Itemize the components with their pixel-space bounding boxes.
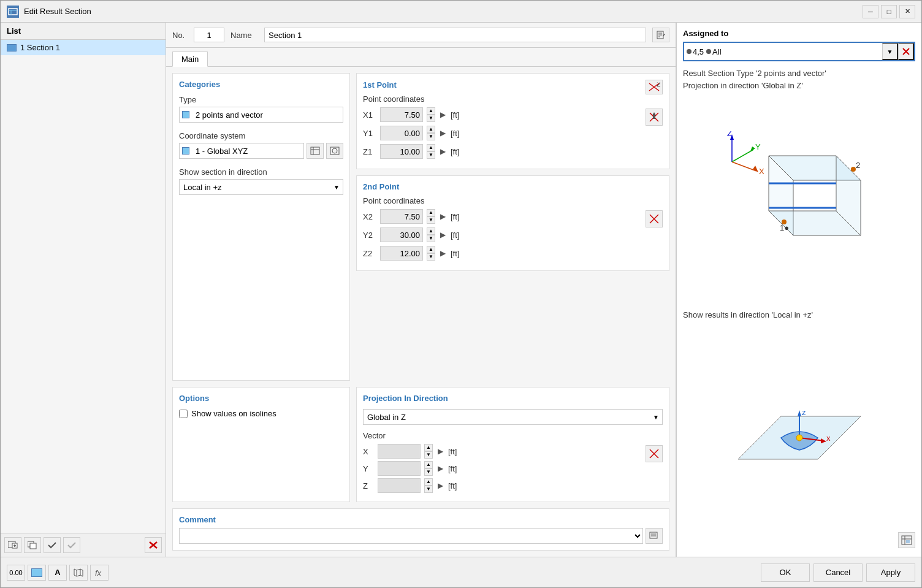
assigned-label: Assigned to <box>683 29 915 38</box>
svg-text:fx: fx <box>95 568 102 578</box>
assigned-clear-btn[interactable] <box>898 43 914 60</box>
comment-edit-btn[interactable] <box>646 528 663 544</box>
y1-arrow[interactable]: ▶ <box>439 129 447 137</box>
x1-stepper: ▲ ▼ <box>427 107 435 122</box>
type-select[interactable]: 2 points and vector 1 point and vector L… <box>192 107 343 123</box>
z1-arrow[interactable]: ▶ <box>439 147 447 156</box>
bottom-row: Options Show values on isolines Projecti… <box>172 381 669 502</box>
text-btn[interactable]: A <box>48 565 67 581</box>
assigned-input-row: 4,5 All ▼ <box>683 42 915 61</box>
x1-up[interactable]: ▲ <box>427 107 435 115</box>
maximize-button[interactable]: □ <box>881 5 897 18</box>
first-point-pick-btn[interactable] <box>646 109 663 126</box>
x2-up[interactable]: ▲ <box>427 209 435 216</box>
comment-section: Comment <box>172 508 669 551</box>
duplicate-item-button[interactable] <box>24 537 41 553</box>
vector-coords: X ▲ ▼ ▶ [ft] <box>363 444 639 495</box>
y1-down[interactable]: ▼ <box>427 133 435 140</box>
preview-3d-box: Z Y X <box>714 131 885 266</box>
coord-system-btn1[interactable] <box>307 143 324 159</box>
vector-pick-btn[interactable] <box>646 445 663 462</box>
apply-button[interactable]: Apply <box>866 563 915 582</box>
vy-down[interactable]: ▼ <box>424 468 433 476</box>
z2-up[interactable]: ▲ <box>427 246 435 253</box>
section-icon <box>7 44 17 52</box>
vz-arrow[interactable]: ▶ <box>436 481 444 490</box>
tab-main[interactable]: Main <box>172 52 208 67</box>
result-icon-btn[interactable] <box>898 532 915 548</box>
svg-point-51 <box>851 167 856 172</box>
vy-row: Y ▲ ▼ ▶ [ft] <box>363 461 639 476</box>
show-values-checkbox[interactable] <box>179 410 188 418</box>
uncheck-button[interactable] <box>63 537 80 553</box>
coord-display-btn[interactable]: 0.00 <box>7 565 25 581</box>
ok-button[interactable]: OK <box>761 563 810 582</box>
x2-down[interactable]: ▼ <box>427 216 435 224</box>
y1-up[interactable]: ▲ <box>427 126 435 133</box>
vy-arrow[interactable]: ▶ <box>436 464 444 473</box>
x2-arrow[interactable]: ▶ <box>439 212 447 221</box>
z1-input[interactable] <box>380 144 423 159</box>
bottom-right: OK Cancel Apply <box>761 563 915 582</box>
vx-down[interactable]: ▼ <box>424 451 433 459</box>
projection-panel: Projection In Direction Global in Z Glob… <box>356 387 669 502</box>
assigned-dropdown-btn[interactable]: ▼ <box>882 43 898 60</box>
y1-input[interactable] <box>380 126 423 140</box>
projection-title: Projection In Direction <box>363 394 663 403</box>
z2-stepper: ▲ ▼ <box>427 246 435 261</box>
y2-up[interactable]: ▲ <box>427 227 435 235</box>
formula-btn[interactable]: fx <box>90 565 109 581</box>
vy-input[interactable] <box>378 461 421 476</box>
y2-down[interactable]: ▼ <box>427 235 435 242</box>
first-point-pick-all-btn[interactable]: 2x <box>646 80 663 94</box>
y2-input[interactable] <box>380 227 423 242</box>
second-point-pick-btn[interactable] <box>646 210 663 227</box>
coordinate-system-select[interactable]: 1 - Global XYZ 2 - Local <box>192 143 303 159</box>
add-item-button[interactable] <box>4 537 21 553</box>
comment-select[interactable] <box>179 528 643 544</box>
vy-up[interactable]: ▲ <box>424 461 433 468</box>
list-item[interactable]: 1 Section 1 <box>1 40 166 55</box>
show-section-select[interactable]: Local in +z Local in -z Global in Z <box>179 179 343 195</box>
vz-down[interactable]: ▼ <box>424 486 433 493</box>
vx-input[interactable] <box>378 444 421 459</box>
z1-up[interactable]: ▲ <box>427 144 435 151</box>
x1-arrow[interactable]: ▶ <box>439 110 447 119</box>
projection-select[interactable]: Global in Z Global in X Global in Y Vect… <box>363 409 663 425</box>
no-input[interactable] <box>194 28 224 42</box>
vector-section: Vector X ▲ ▼ <box>363 431 663 495</box>
color-btn[interactable] <box>28 565 46 581</box>
check-button[interactable] <box>44 537 61 553</box>
delete-button[interactable] <box>145 537 162 553</box>
x2-input[interactable] <box>380 209 423 224</box>
minimize-button[interactable]: ─ <box>863 5 878 18</box>
x1-input[interactable] <box>380 107 423 122</box>
x1-down[interactable]: ▼ <box>427 115 435 122</box>
svg-marker-38 <box>750 147 755 151</box>
svg-marker-55 <box>798 410 801 416</box>
coord-system-btn2[interactable] <box>326 143 343 159</box>
second-point-title: 2nd Point <box>363 182 399 191</box>
map-btn[interactable] <box>69 565 88 581</box>
center-panel: No. Name Main Categories <box>166 23 676 557</box>
z2-arrow[interactable]: ▶ <box>439 249 447 258</box>
edit-name-button[interactable] <box>652 28 669 42</box>
vz-up[interactable]: ▲ <box>424 478 433 486</box>
name-input[interactable] <box>264 28 646 42</box>
y2-stepper: ▲ ▼ <box>427 227 435 242</box>
z2-down[interactable]: ▼ <box>427 253 435 261</box>
vx-up[interactable]: ▲ <box>424 444 433 451</box>
vz-label: Z <box>363 481 374 491</box>
y2-arrow[interactable]: ▶ <box>439 231 447 239</box>
close-button[interactable]: ✕ <box>899 5 915 18</box>
z2-input[interactable] <box>380 246 423 261</box>
vx-arrow[interactable]: ▶ <box>436 447 444 456</box>
show-section-label: Show section in direction <box>179 167 343 177</box>
tag-dot-2 <box>706 49 711 54</box>
x1-row: X1 ▲ ▼ ▶ [ft] <box>363 107 639 122</box>
cancel-button[interactable]: Cancel <box>813 563 863 582</box>
vz-input[interactable] <box>378 478 421 493</box>
z1-down[interactable]: ▼ <box>427 151 435 159</box>
preview-line2: Projection in direction 'Global in Z' <box>683 81 803 90</box>
second-point-box: 2nd Point Point coordinates X2 <box>356 175 669 271</box>
